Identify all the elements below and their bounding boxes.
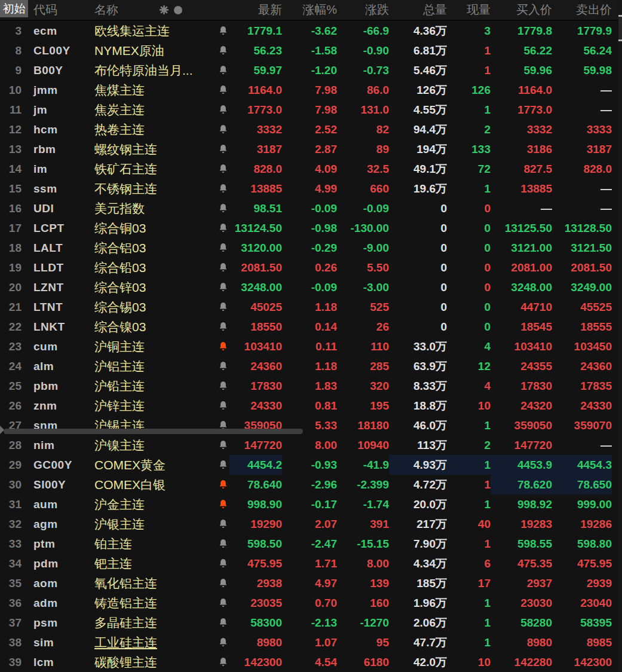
latest-price[interactable]: 147720 [229,435,282,455]
table-row[interactable]: 24alm沪铝主连243601.1828563.9万122435524360 [0,356,622,376]
table-row[interactable]: 22LNKT综合镍03185500.1426001854518555 [0,317,622,337]
current-volume[interactable]: 1 [447,455,491,475]
change-percent[interactable]: 0.11 [282,337,337,356]
current-volume[interactable]: 1 [447,613,491,633]
current-volume[interactable]: 3 [447,21,491,41]
change-percent[interactable]: -0.93 [282,455,337,475]
instrument-name[interactable]: 综合锌03 [94,277,216,297]
total-volume[interactable]: 0 [389,258,447,277]
table-row[interactable]: 33ptm铂主连598.50-2.47-15.157.90万1598.55598… [0,534,622,554]
ask-price[interactable]: 142300 [552,652,612,672]
ask-price[interactable]: 2081.50 [552,258,612,277]
current-volume[interactable]: 1 [447,179,491,198]
table-row[interactable]: 13rbm螺纹钢主连31872.8789194万13331863187 [0,139,622,159]
current-volume[interactable]: 12 [447,356,491,376]
instrument-code[interactable]: CL00Y [25,41,94,60]
instrument-code[interactable]: LNKT [25,317,94,337]
latest-price[interactable]: 1773.0 [229,100,282,120]
latest-price[interactable]: 18550 [229,317,282,337]
table-row[interactable]: 31aum沪金主连998.90-0.17-1.7420.0万1998.92999… [0,494,622,514]
bid-price[interactable]: 3186 [491,139,552,159]
total-volume[interactable]: 4.36万 [389,21,447,41]
total-volume[interactable]: 217万 [389,514,447,534]
ask-price[interactable]: 45525 [552,297,612,317]
change-percent[interactable]: -0.09 [282,198,337,218]
ask-price[interactable]: 1779.9 [552,21,612,41]
table-row[interactable]: 8CL00YNYMEX原油56.23-1.58-0.906.81万156.225… [0,41,622,60]
change-amount[interactable]: -0.09 [337,198,389,218]
table-row[interactable]: 32agm沪银主连192902.07391217万401928319286 [0,514,622,534]
instrument-code[interactable]: aom [25,573,94,593]
current-volume[interactable]: 2 [447,120,491,139]
instrument-name[interactable]: 欧线集运主连 [94,21,216,41]
latest-price[interactable]: 23035 [229,593,282,613]
change-amount[interactable]: 660 [337,179,389,198]
ask-price[interactable]: 13128.50 [552,218,612,238]
bid-price[interactable]: 142280 [491,652,552,672]
total-volume[interactable]: 4.93万 [389,455,447,475]
change-percent[interactable]: 2.07 [282,514,337,534]
alert-bell-icon[interactable] [216,401,229,411]
latest-price[interactable]: 78.640 [229,475,282,494]
bid-price[interactable]: 58280 [491,613,552,633]
latest-price[interactable]: 17830 [229,376,282,396]
table-row[interactable]: 17LCPT综合铜0313124.50-0.98-130.000013125.5… [0,218,622,238]
total-volume[interactable]: 0 [389,198,447,218]
latest-price[interactable]: 13124.50 [229,218,282,238]
current-volume[interactable]: 1 [447,475,491,494]
table-row[interactable]: 23cum沪铜主连1034100.1111033.0万4103410103450 [0,337,622,356]
ask-price[interactable]: 59.98 [552,60,612,80]
total-volume[interactable]: 4.55万 [389,100,447,120]
table-row[interactable]: 26znm沪锌主连243300.8119518.8万102432024330 [0,396,622,416]
bid-price[interactable]: 827.5 [491,159,552,179]
total-volume[interactable]: 0 [389,317,447,337]
alert-bell-icon[interactable] [216,381,229,392]
current-volume[interactable]: 0 [447,297,491,317]
change-percent[interactable]: 0.26 [282,258,337,277]
instrument-name[interactable]: 综合镍03 [94,317,216,337]
tab-initial[interactable]: 初始 [0,0,28,17]
current-volume[interactable]: 0 [447,317,491,337]
change-percent[interactable]: 1.18 [282,297,337,317]
alert-bell-icon[interactable] [216,322,229,332]
change-percent[interactable]: 1.71 [282,554,337,573]
total-volume[interactable]: 194万 [389,139,447,159]
ask-price[interactable]: 2939 [552,573,612,593]
ask-price[interactable]: — [552,198,612,218]
instrument-code[interactable]: adm [25,593,94,613]
ask-price[interactable]: 17835 [552,376,612,396]
latest-price[interactable]: 45025 [229,297,282,317]
change-amount[interactable]: 320 [337,376,389,396]
latest-price[interactable]: 828.0 [229,159,282,179]
bid-price[interactable]: 2081.00 [491,258,552,277]
table-row[interactable]: 15ssm不锈钢主连138854.9966019.6万113885— [0,179,622,198]
instrument-name[interactable]: 多晶硅主连 [94,613,216,633]
settings-star-icon[interactable] [159,5,169,15]
change-percent[interactable]: 2.52 [282,120,337,139]
current-volume[interactable]: 6 [447,554,491,573]
instrument-name[interactable]: 综合铜03 [94,218,216,238]
instrument-name[interactable]: 不锈钢主连 [94,179,216,198]
instrument-code[interactable]: im [25,159,94,179]
latest-price[interactable]: 598.50 [229,534,282,554]
instrument-code[interactable]: ecm [25,21,94,41]
alert-bell-icon[interactable] [216,243,229,253]
total-volume[interactable]: 49.1万 [389,159,447,179]
latest-price[interactable]: 13885 [229,179,282,198]
alert-bell-icon[interactable] [216,479,229,490]
instrument-name[interactable]: 布伦特原油当月... [94,60,216,80]
instrument-code[interactable]: sim [25,633,94,652]
total-volume[interactable]: 7.90万 [389,534,447,554]
alert-bell-icon[interactable] [216,440,229,451]
table-row[interactable]: 12hcm热卷主连33322.528294.4万233323333 [0,120,622,139]
current-volume[interactable]: 4 [447,337,491,356]
instrument-name[interactable]: 焦煤主连 [94,80,216,100]
alert-bell-icon[interactable] [216,637,229,648]
change-percent[interactable]: 1.18 [282,356,337,376]
total-volume[interactable]: 1.96万 [389,593,447,613]
total-volume[interactable]: 47.7万 [389,633,447,652]
col-header-current-volume[interactable]: 现量 [447,0,491,20]
table-row[interactable]: 20LZNT综合锌033248.00-0.09-3.00003248.00324… [0,277,622,297]
bid-price[interactable]: 998.92 [491,494,552,514]
horizontal-scrollbar[interactable] [4,429,303,434]
